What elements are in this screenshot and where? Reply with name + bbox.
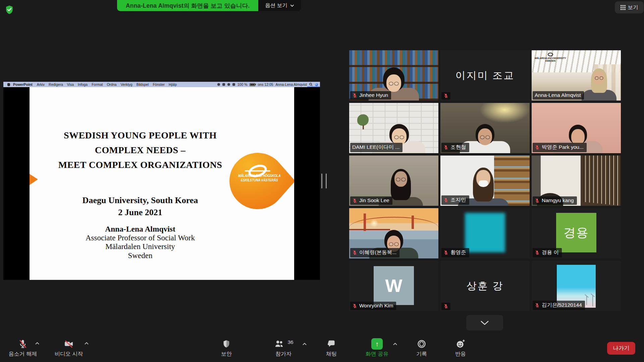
slide-presenter-country: Sweden	[30, 251, 251, 260]
mdh-logo-balloon: MÄLARDALENS HÖGSKOLA ESKILSTUNA VÄSTERÅS	[229, 151, 294, 211]
shared-screen-region: PowerPoint Arkiv Redigera Visa Infoga Fo…	[3, 82, 320, 280]
security-shield-icon	[222, 339, 231, 349]
participant-name: Namgyu kang	[542, 197, 574, 203]
participant-tile[interactable]: W Wonryonh Kim	[349, 261, 438, 311]
plant	[357, 114, 369, 129]
share-options-chevron[interactable]	[393, 343, 397, 346]
presentation-slide: SWEDISH YOUNG PEOPLE WITH COMPLEX NEEDS …	[30, 87, 294, 280]
participant-tile[interactable]: 황영준	[440, 208, 530, 258]
mic-muted-icon	[352, 198, 357, 203]
view-options-button[interactable]: 옵션 보기	[258, 0, 301, 11]
participant-tile[interactable]: 조현철	[440, 103, 530, 153]
share-screen-button[interactable]: ↑ 화면 공유	[359, 338, 395, 358]
mdh-logo-text: MÄLARDALENS HÖGSKOLA ESKILSTUNA VÄSTERÅS	[233, 174, 286, 182]
participant-name: 김기은/52120144	[542, 302, 582, 309]
mic-muted-icon	[443, 250, 448, 255]
menu-format: Format	[92, 82, 103, 86]
slide-event: Daegu University, South Korea 2 June 202…	[30, 194, 251, 219]
status-icon	[227, 83, 230, 86]
participant-tile[interactable]: 상훈 강	[440, 261, 530, 311]
menubar-user: Anna-Lena Almqvist	[276, 82, 307, 86]
menu-visa: Visa	[67, 82, 74, 86]
participant-name-label: 박영준 Park you...	[533, 143, 587, 152]
status-icon	[222, 83, 225, 86]
participant-name-label: Jinhee Hyun	[350, 91, 391, 100]
participant-name-label: 김기은/52120144	[533, 301, 585, 310]
slide-presenter-role: Associate Professor of Social Work	[30, 234, 251, 243]
participant-tile[interactable]: 박영준 Park you...	[532, 103, 621, 153]
participant-tile[interactable]: Jinhee Hyun	[349, 50, 438, 101]
menu-hjalp: Hjälp	[169, 82, 177, 86]
chat-icon	[327, 339, 336, 349]
participant-tile[interactable]: 김기은/52120144	[532, 261, 621, 311]
panel-resize-handle[interactable]	[321, 174, 327, 188]
participant-name-label: Anna-Lena Almqvist	[533, 91, 584, 100]
participant-name-label: 이혜령(본동복...	[350, 248, 399, 257]
mic-muted-icon	[443, 145, 448, 150]
participant-tile[interactable]: 이지미 조교	[440, 50, 530, 101]
participants-options-chevron[interactable]	[302, 343, 307, 346]
wind-turbine	[592, 296, 593, 306]
participant-tile[interactable]: Namgyu kang	[532, 156, 621, 206]
reactions-button[interactable]: 반응	[442, 338, 479, 358]
mic-muted-icon	[352, 250, 357, 255]
record-label: 기록	[416, 351, 427, 358]
participant-tile[interactable]: Jin Sook Lee	[349, 156, 438, 206]
participant-name: 조현철	[450, 144, 466, 151]
participant-tile-active-speaker[interactable]: MÄLARDALEN UNIVERSITY SWEDEN Anna-Lena A…	[532, 50, 621, 101]
mic-muted-icon	[352, 93, 357, 98]
participant-avatar	[465, 213, 505, 252]
siri-icon	[315, 83, 318, 86]
mic-muted-icon	[535, 250, 540, 255]
unmute-button[interactable]: 음소거 해제	[4, 338, 41, 358]
participant-name-label: 황영준	[441, 248, 469, 257]
security-shield-icon[interactable]	[5, 5, 14, 15]
participant-avatar: W	[374, 266, 414, 305]
leave-meeting-button[interactable]: 나가기	[607, 342, 635, 355]
mdh-watermark-line1: MÄLARDALEN UNIVERSITY	[535, 57, 566, 60]
mdh-university-watermark: MÄLARDALEN UNIVERSITY SWEDEN	[535, 53, 566, 62]
menu-fonster: Fönster	[153, 82, 165, 86]
slide-title-line2: COMPLEX NEEDS –	[30, 143, 251, 158]
participants-count: 36	[287, 339, 293, 345]
menu-verktyg: Verktyg	[121, 82, 132, 86]
participant-tile[interactable]: 조지민	[440, 156, 530, 206]
participant-name-center: 이지미 조교	[440, 50, 530, 101]
gallery-view-button[interactable]: 보기	[615, 1, 644, 13]
participant-tile[interactable]: 이혜령(본동복...	[349, 208, 438, 258]
bookshelf	[583, 156, 621, 206]
participant-name-label	[441, 303, 450, 310]
mic-options-chevron[interactable]	[35, 342, 40, 345]
slide-event-line2: 2 June 2021	[30, 206, 251, 219]
participant-name: DAMI LEE(이다미 ...	[352, 144, 399, 151]
top-bar: Anna-Lena Almqvist의 화면을 보고 있습니다. 옵션 보기 보…	[0, 0, 644, 15]
gallery-scroll-down-button[interactable]	[466, 315, 503, 330]
video-options-chevron[interactable]	[84, 342, 89, 345]
participant-name: 이혜령(본동복...	[359, 249, 396, 256]
chevron-down-icon	[480, 320, 489, 325]
participant-name: Anna-Lena Almqvist	[535, 92, 581, 98]
participant-name-label: 경용 이	[533, 248, 562, 257]
participant-name-label: 조지민	[441, 195, 469, 205]
participants-button[interactable]: 36 참가자	[262, 338, 305, 358]
participant-name-label: Jin Sook Lee	[350, 196, 392, 205]
unmute-label: 음소거 해제	[9, 351, 37, 358]
start-video-button[interactable]: 비디오 시작	[50, 338, 87, 358]
participant-name: 조지민	[450, 196, 466, 203]
mdh-logo-line1: MÄLARDALENS HÖGSKOLA	[233, 174, 286, 178]
camera-off-icon	[63, 339, 74, 349]
chat-button[interactable]: 채팅	[313, 338, 350, 358]
participant-tile[interactable]: 경용 경용 이	[532, 208, 621, 258]
mdh-logo-line2: ESKILSTUNA VÄSTERÅS	[233, 178, 286, 182]
mic-muted-icon	[352, 303, 357, 308]
glasses	[595, 76, 603, 80]
participants-icon	[273, 339, 285, 349]
participant-tile[interactable]: DAMI LEE(이다미 ...	[349, 103, 438, 153]
record-icon	[417, 339, 427, 349]
mic-muted-icon	[443, 304, 448, 309]
mic-muted-icon	[535, 303, 540, 308]
security-button[interactable]: 보안	[208, 338, 245, 358]
menu-arkiv: Arkiv	[37, 82, 45, 86]
view-options-label: 옵션 보기	[265, 2, 287, 9]
record-button[interactable]: 기록	[403, 338, 440, 358]
